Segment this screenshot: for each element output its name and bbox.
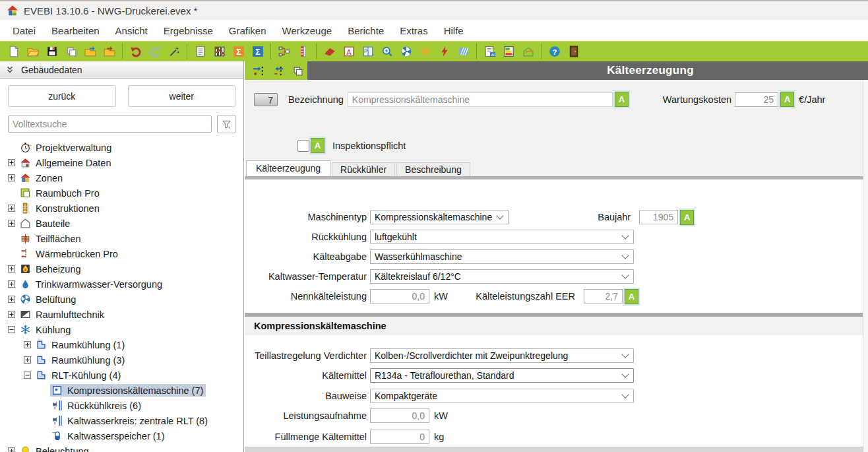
tree-item-belüftung[interactable]: Belüftung [0,292,243,307]
export-folder-button[interactable] [100,43,119,60]
new-file-button[interactable] [4,43,23,60]
report-button[interactable]: W [480,43,499,60]
tree-item-zonen[interactable]: Zonen [0,170,243,185]
sum-orange-button[interactable]: Σ [229,43,248,60]
expander-icon[interactable] [24,371,31,379]
zoom-in-button[interactable] [377,43,396,60]
next-button[interactable]: weiter [128,85,236,107]
bezeichnung-auto-button[interactable]: A [615,92,629,107]
kaltwasser-temperatur-select[interactable]: Kältekreislauf 6/12°C [370,269,634,284]
menu-item-ansicht[interactable]: Ansicht [109,22,154,39]
teillastregelung-select[interactable]: Kolben-/Scrollverdichter mit Zweipunktre… [370,348,634,363]
tree-item-raumkühlung-1[interactable]: Raumkühlung (1) [0,337,243,352]
tree-item-raumlufttechnik[interactable]: Raumlufttechnik [0,307,243,322]
calculation-doc-button[interactable] [191,43,210,60]
fan-button[interactable] [396,43,416,60]
tree-item-konstruktionen[interactable]: Konstruktionen [0,201,243,216]
add-record-button[interactable] [250,63,266,79]
fulltext-search-input[interactable] [8,115,212,133]
tree-item-kompressionskältemaschine-7[interactable]: Kompressionskältemaschine (7) [0,383,243,398]
wartungskosten-auto-button[interactable]: A [780,92,794,107]
tree-item-rlt-kühlung-4[interactable]: RLT-Kühlung (4) [0,368,243,383]
filter-button[interactable] [217,115,235,133]
house-energy-button[interactable] [518,43,538,60]
expander-icon[interactable] [24,341,31,348]
tree-item-projektverwaltung[interactable]: Projektverwaltung [0,140,243,155]
tree-item-kaltwasserspeicher-1[interactable]: Kaltwasserspeicher (1) [0,428,243,443]
building-data-button[interactable] [210,43,229,60]
help-button[interactable]: ? [545,43,564,60]
tree-item-rückkühlkreis-6[interactable]: Rückkühlkreis (6) [0,398,243,413]
tab-kälteerzeugung[interactable]: Kälteerzeugung [246,160,330,176]
tab-beschreibung[interactable]: Beschreibung [396,162,470,176]
tree-item-trinkwarmwasser-versorgung[interactable]: Trinkwarmwasser-Versorgung [0,276,243,292]
expander-icon[interactable] [24,356,31,364]
save-button[interactable] [42,43,61,60]
tab-rückkühler[interactable]: Rückkühler [332,162,395,176]
inspektionspflicht-auto-button[interactable]: A [311,138,325,153]
open-file-button[interactable] [23,43,42,60]
kaelteabgabe-select[interactable]: Wasserkühlmaschine [370,249,634,264]
tree-item-raumkühlung-3[interactable]: Raumkühlung (3) [0,352,243,368]
window-p-button[interactable]: P [358,43,377,60]
tree-item-kaltwasserkreis-zentrale-rlt-8[interactable]: Kaltwasserkreis: zentrale RLT (8) [0,413,243,428]
menu-item-hilfe[interactable]: Hilfe [438,22,470,39]
tree-item-teilflächen[interactable]: Teilflächen [0,231,243,246]
expander-icon[interactable] [8,265,15,273]
import-folder-button[interactable] [80,43,100,60]
fuellmenge-input[interactable] [370,430,429,444]
horizontal-scrollbar[interactable] [245,447,863,452]
tree-item-beheizung[interactable]: Beheizung [0,261,243,276]
menu-item-berichte[interactable]: Berichte [342,22,390,39]
tree-item-allgemeine-daten[interactable]: Allgemeine Daten [0,155,243,170]
bauweise-select[interactable]: Kompaktgeräte [370,389,634,403]
eer-auto-button[interactable]: A [625,289,638,304]
tree-item-wärmebrücken-pro[interactable]: Wärmebrücken Pro [0,246,243,261]
menu-item-extras[interactable]: Extras [394,22,434,39]
schema-button[interactable] [274,43,294,60]
copy-record-button[interactable] [290,63,305,79]
tree-item-bauteile[interactable]: Bauteile [0,216,243,231]
sun-button[interactable] [416,43,435,60]
vertical-scrollbar[interactable] [863,80,868,452]
baujahr-input[interactable] [639,210,678,224]
tree-item-beleuchtung[interactable]: Beleuchtung [0,443,243,452]
magic-wand-button[interactable] [164,43,183,60]
tree-item-raumbuch-pro[interactable]: Raumbuch Pro [0,185,243,201]
lightning-button[interactable] [435,43,454,60]
expander-icon[interactable] [8,311,15,318]
redo-button[interactable] [145,43,164,60]
leistungsaufnahme-input[interactable] [370,408,429,423]
tree-item-kühlung[interactable]: Kühlung [0,322,243,337]
menu-item-ergebnisse[interactable]: Ergebnisse [158,22,219,39]
expander-icon[interactable] [8,296,15,303]
eer-input[interactable] [584,289,623,304]
expander-icon[interactable] [8,280,15,288]
expander-icon[interactable] [8,447,15,452]
undo-button[interactable] [126,43,145,60]
back-button[interactable]: zurück [8,85,116,107]
expander-icon[interactable] [8,326,15,333]
menu-item-werkzeuge[interactable]: Werkzeuge [276,22,338,39]
window-a-button[interactable]: A [339,43,358,60]
menu-item-datei[interactable]: Datei [7,22,42,39]
expander-icon[interactable] [8,220,15,227]
wartungskosten-input[interactable] [735,92,778,107]
sum-blue-button[interactable]: Σ [248,43,267,60]
expander-icon[interactable] [8,174,15,181]
bezeichnung-input[interactable] [348,92,613,107]
inspektionspflicht-checkbox[interactable] [297,140,309,152]
remove-record-button[interactable] [270,63,286,79]
kaeltemittel-select[interactable]: R134a - Tetraflourethan, Standard [370,368,634,383]
expander-icon[interactable] [8,159,15,166]
nennkaelteleistung-input[interactable] [370,289,429,304]
menu-item-bearbeiten[interactable]: Bearbeiten [46,22,106,39]
baujahr-auto-button[interactable]: A [680,210,694,225]
roof-button[interactable] [320,43,339,60]
wall-layers-button[interactable] [294,43,313,60]
sidebar-header[interactable]: Gebäudedaten [0,61,243,79]
shading-button[interactable] [454,43,473,60]
menu-item-grafiken[interactable]: Grafiken [223,22,272,39]
rueckkuehlung-select[interactable]: luftgekühlt [370,230,634,244]
maschinentyp-select[interactable]: Kompressionskältemaschine [370,210,509,224]
